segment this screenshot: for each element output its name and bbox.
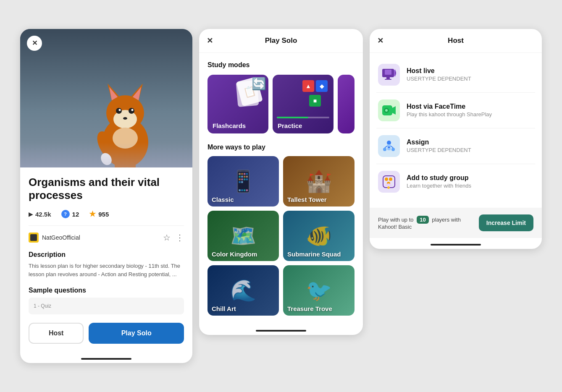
classic-label: Classic <box>212 196 234 203</box>
stats-row: ▶ 42.5k ? 12 ★ 955 <box>29 209 184 226</box>
svg-rect-19 <box>386 77 390 79</box>
host-facetime-subtitle: Play this kahoot through SharePlay <box>407 111 492 118</box>
host-study-group-name: Add to study group <box>407 174 471 182</box>
host-live-name: Host live <box>407 67 471 75</box>
study-modes-label: Study modes <box>207 61 355 69</box>
play-solo-title: Play Solo <box>265 37 297 45</box>
flashcards-label: Flashcards <box>207 118 268 133</box>
player-limit-badge: 10 <box>417 216 428 224</box>
creator-name: NatGeoOfficial <box>42 234 80 241</box>
svg-point-8 <box>129 108 134 114</box>
svg-point-25 <box>385 109 388 112</box>
host-assign-name: Assign <box>407 139 471 146</box>
play-icon: ▶ <box>29 211 33 217</box>
question-icon: ? <box>61 210 70 218</box>
home-indicator-2 <box>256 330 306 332</box>
svg-point-28 <box>391 148 395 151</box>
game-grid: 📱 Classic 🏰 Tallest Tower 🗺️ <box>207 156 355 316</box>
svg-point-10 <box>131 109 134 111</box>
modal-header: ✕ Play Solo <box>199 29 363 53</box>
sample-questions-heading: Sample questions <box>29 287 184 294</box>
color-kingdom-label: Color Kingdom <box>212 251 257 258</box>
creator-logo <box>29 233 39 243</box>
close-button[interactable]: ✕ <box>27 36 42 51</box>
chill-art-label: Chill Art <box>212 305 236 312</box>
host-footer-text: Play with up to 10 players with Kahoot! … <box>378 216 479 230</box>
home-indicator-3 <box>431 244 481 246</box>
svg-point-31 <box>385 178 388 181</box>
host-modal-header: ✕ Host <box>370 29 542 53</box>
practice-label: Practice <box>273 118 334 133</box>
svg-point-30 <box>388 146 390 148</box>
svg-point-26 <box>387 141 391 145</box>
sample-preview: 1 - Quiz <box>29 298 184 314</box>
host-assign-icon <box>378 135 400 157</box>
questions-stat: ? 12 <box>61 209 79 219</box>
panel-host: ✕ Host Host live USERT <box>370 29 542 249</box>
svg-point-11 <box>123 117 127 120</box>
host-study-group-text: Add to study group Learn together with f… <box>407 174 471 189</box>
more-ways-label: More ways to play <box>207 144 355 151</box>
star-icon: ★ <box>89 209 96 219</box>
host-assign-text: Assign USERTYPE DEPENDENT <box>407 139 471 153</box>
host-title: Host <box>448 37 464 45</box>
host-footer: Play with up to 10 players with Kahoot! … <box>370 208 542 238</box>
creator-row: NatGeoOfficial ☆ ⋮ <box>29 233 184 243</box>
play-solo-body: Study modes 📋 🔄 Flashcards <box>199 53 363 324</box>
practice-mode-card[interactable]: ▲ ◆ ■ Practice <box>273 75 334 133</box>
plays-stat: ▶ 42.5k <box>29 209 51 219</box>
host-facetime-name: Host via FaceTime <box>407 103 492 110</box>
panel-main-card: ✕ Organisms and their vital processes ▶ … <box>20 29 192 363</box>
flashcards-mode-card[interactable]: 📋 🔄 Flashcards <box>207 75 268 133</box>
screens-container: ✕ Organisms and their vital processes ▶ … <box>20 29 542 363</box>
hero-image <box>20 29 192 167</box>
host-study-group-option[interactable]: Add to study group Learn together with f… <box>376 164 535 199</box>
favorite-button[interactable]: ☆ <box>163 233 171 243</box>
action-buttons: Host Play Solo <box>29 323 184 344</box>
more-mode-card <box>338 75 355 133</box>
treasure-trove-label: Treasure Trove <box>287 305 332 312</box>
host-assign-subtitle: USERTYPE DEPENDENT <box>407 147 471 153</box>
host-close-button[interactable]: ✕ <box>377 36 383 45</box>
host-live-option[interactable]: Host live USERTYPE DEPENDENT <box>376 57 535 93</box>
svg-point-9 <box>119 109 121 111</box>
svg-point-35 <box>387 186 390 189</box>
description-text: This lesson plan is for higher secondary… <box>29 262 184 278</box>
svg-point-27 <box>383 148 386 151</box>
host-assign-option[interactable]: Assign USERTYPE DEPENDENT <box>376 128 535 164</box>
svg-rect-18 <box>385 70 391 75</box>
play-solo-close-button[interactable]: ✕ <box>207 36 213 45</box>
submarine-squad-label: Submarine Squad <box>287 251 341 258</box>
creator-actions: ☆ ⋮ <box>163 233 184 243</box>
host-study-group-icon <box>378 171 400 193</box>
treasure-trove-game-card[interactable]: 🐦 Treasure Trove <box>283 265 355 316</box>
svg-point-7 <box>116 108 122 114</box>
panel-play-solo: ✕ Play Solo Study modes 📋 🔄 Flashcards <box>199 29 363 335</box>
panel-body: Organisms and their vital processes ▶ 42… <box>20 167 192 352</box>
classic-game-card[interactable]: 📱 Classic <box>207 156 279 206</box>
host-facetime-option[interactable]: Host via FaceTime Play this kahoot throu… <box>376 93 535 128</box>
host-button[interactable]: Host <box>29 323 84 344</box>
host-study-group-subtitle: Learn together with friends <box>407 183 471 189</box>
creator-info: NatGeoOfficial <box>29 233 80 243</box>
home-indicator <box>81 358 131 360</box>
stars-stat: ★ 955 <box>89 209 109 219</box>
color-kingdom-game-card[interactable]: 🗺️ Color Kingdom <box>207 211 279 261</box>
more-options-button[interactable]: ⋮ <box>176 233 184 243</box>
svg-rect-22 <box>395 71 396 75</box>
host-facetime-text: Host via FaceTime Play this kahoot throu… <box>407 103 492 118</box>
page-title: Organisms and their vital processes <box>29 176 184 202</box>
play-solo-button[interactable]: Play Solo <box>89 323 184 344</box>
host-live-subtitle: USERTYPE DEPENDENT <box>407 76 471 82</box>
host-options-list: Host live USERTYPE DEPENDENT Host via Fa… <box>370 53 542 204</box>
tallest-tower-game-card[interactable]: 🏰 Tallest Tower <box>283 156 355 206</box>
host-live-icon <box>378 64 400 86</box>
svg-point-32 <box>389 178 392 181</box>
description-heading: Description <box>29 251 184 259</box>
tallest-tower-label: Tallest Tower <box>287 196 327 203</box>
chill-art-game-card[interactable]: 🌊 Chill Art <box>207 265 279 316</box>
host-live-text: Host live USERTYPE DEPENDENT <box>407 67 471 82</box>
host-facetime-icon <box>378 99 400 121</box>
submarine-squad-game-card[interactable]: 🐠 Submarine Squad <box>283 211 355 261</box>
increase-limit-button[interactable]: Increase Limit <box>479 214 533 231</box>
